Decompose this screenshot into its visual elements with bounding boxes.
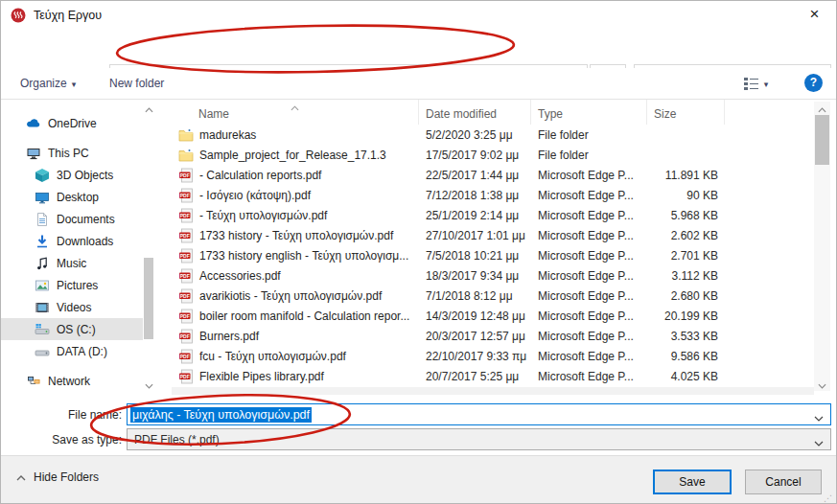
file-name-cell: PDF- Calculation reports.pdf	[172, 168, 419, 183]
date-modified-cell: 27/10/2017 1:01 μμ	[419, 229, 531, 242]
file-name-input[interactable]: μιχάλης - Τεύχη υπολογισμών.pdf	[127, 403, 831, 425]
file-list-scrollbar[interactable]	[814, 102, 830, 391]
column-header-name[interactable]: Name	[172, 100, 419, 125]
column-header-date-modified[interactable]: Date modified	[419, 100, 531, 125]
type-cell: File folder	[531, 128, 647, 142]
pdf-icon: PDF	[178, 268, 194, 284]
file-row[interactable]: PDF- Calculation reports.pdf22/5/2017 1:…	[172, 165, 814, 185]
sidebar-item-label: Documents	[57, 213, 115, 226]
folder-icon	[178, 127, 194, 143]
scroll-down-icon[interactable]	[814, 378, 830, 390]
save-as-type-chevron-icon	[814, 436, 824, 449]
file-name-cell: PDFavarikiotis - Τεύχη υπολογισμών.pdf	[172, 288, 419, 304]
date-modified-cell: 20/7/2017 5:25 μμ	[419, 370, 531, 383]
close-icon[interactable]: ×	[793, 1, 836, 30]
sidebar-item-music[interactable]: Music	[1, 252, 143, 274]
sidebar-item-onedrive[interactable]: OneDrive	[1, 112, 143, 134]
file-row[interactable]: PDF1733 history english - Τεύχη υπολογισ…	[172, 245, 814, 265]
svg-text:PDF: PDF	[180, 192, 190, 197]
file-name-cell: Sample_project_for_Release_17.1.3	[172, 148, 419, 163]
file-name-cell: PDFfcu - Τεύχη υπολογισμών.pdf	[172, 349, 419, 364]
sidebar-item-this-pc[interactable]: This PC	[1, 142, 143, 164]
sidebar-item-pictures[interactable]: Pictures	[1, 274, 143, 296]
file-name-cell: PDF1733 history english - Τεύχη υπολογισ…	[172, 248, 419, 263]
file-row[interactable]: madurekas5/2/2020 3:25 μμFile folder	[172, 125, 814, 145]
view-dropdown-icon: ▾	[764, 80, 769, 89]
type-cell: Microsoft Edge P...	[531, 189, 647, 202]
desktop-icon	[35, 190, 50, 205]
scroll-down-icon[interactable]	[143, 378, 154, 390]
new-folder-button[interactable]: New folder	[109, 68, 164, 99]
sidebar-item-documents[interactable]: Documents	[1, 208, 143, 230]
pdf-icon: PDF	[178, 208, 194, 223]
scroll-up-icon[interactable]	[814, 103, 830, 114]
hide-folders-button[interactable]: Hide Folders	[16, 470, 99, 484]
size-cell: 2.602 KB	[647, 229, 725, 242]
file-row[interactable]: Sample_project_for_Release_17.1.317/5/20…	[172, 145, 814, 165]
size-cell: 3.533 KB	[647, 330, 725, 343]
cancel-button[interactable]: Cancel	[745, 470, 822, 494]
sidebar-item-label: 3D Objects	[57, 169, 113, 182]
date-modified-cell: 14/3/2019 12:48 μμ	[419, 309, 531, 323]
sidebar-item-videos[interactable]: Videos	[1, 296, 143, 318]
date-modified-cell: 22/5/2017 1:44 μμ	[419, 169, 531, 182]
type-cell: Microsoft Edge P...	[531, 330, 647, 343]
sidebar-item-desktop[interactable]: Desktop	[1, 186, 143, 208]
file-row[interactable]: PDF1733 history - Τεύχη υπολογισμών.pdf2…	[172, 225, 814, 245]
sidebar-item-label: OneDrive	[48, 117, 97, 130]
save-file-dialog: Τεύχη Εργου × ← → ↑ « OS (C:)›Users›Chir…	[0, 0, 837, 504]
sidebar-item-label: This PC	[48, 147, 89, 160]
command-bar: Organize▾ New folder ▾ ?	[1, 68, 836, 100]
sidebar-scrollbar[interactable]	[143, 103, 154, 390]
file-name-text: - Calculation reports.pdf	[199, 169, 321, 182]
resize-grip[interactable]: ⋰	[824, 493, 833, 503]
sidebar-item-label: Downloads	[57, 235, 113, 248]
save-as-type-select[interactable]: PDF Files (*.pdf)	[127, 428, 831, 450]
file-name-cell: PDFboiler room manifold - Calculation re…	[172, 309, 419, 324]
title-bar: Τεύχη Εργου ×	[1, 1, 836, 30]
column-header-type[interactable]: Type	[531, 100, 647, 125]
file-name-cell: PDF1733 history - Τεύχη υπολογισμών.pdf	[172, 228, 419, 243]
file-row[interactable]: PDF- Ισόγειο (κάτοψη).pdf7/12/2018 1:38 …	[172, 185, 814, 205]
file-name-text: Accessories.pdf	[199, 269, 281, 283]
sidebar-item-3d-objects[interactable]: 3D Objects	[1, 164, 143, 186]
save-button[interactable]: Save	[653, 470, 732, 494]
type-cell: Microsoft Edge P...	[531, 209, 647, 222]
scrollbar-thumb[interactable]	[144, 258, 153, 339]
pdf-icon: PDF	[178, 369, 194, 384]
sidebar-item-data-d[interactable]: DATA (D:)	[1, 340, 143, 362]
file-row[interactable]: PDFfcu - Τεύχη υπολογισμών.pdf22/10/2017…	[172, 346, 814, 366]
picture-icon	[35, 278, 50, 293]
file-name-text: Burners.pdf	[199, 330, 259, 343]
sidebar-item-os-c[interactable]: OS (C:)	[1, 318, 143, 340]
file-name-dropdown-chevron-icon[interactable]	[814, 411, 824, 424]
file-name-text: 1733 history english - Τεύχη υπολογισμ..…	[199, 249, 408, 263]
file-row[interactable]: PDFBurners.pdf20/3/2017 12:57 μμMicrosof…	[172, 326, 814, 346]
svg-text:PDF: PDF	[180, 373, 190, 378]
organize-button[interactable]: Organize▾	[20, 68, 76, 99]
sidebar-item-downloads[interactable]: Downloads	[1, 230, 143, 252]
size-cell: 5.968 KB	[647, 209, 725, 222]
file-row[interactable]: PDF- Τεύχη υπολογισμών.pdf25/1/2019 2:14…	[172, 205, 814, 225]
pdf-icon: PDF	[178, 228, 194, 243]
file-row[interactable]: PDFboiler room manifold - Calculation re…	[172, 306, 814, 326]
scrollbar-thumb[interactable]	[815, 115, 829, 165]
column-header-spacer	[725, 100, 814, 125]
svg-text:PDF: PDF	[180, 312, 190, 318]
help-icon[interactable]: ?	[804, 74, 823, 92]
change-view-button[interactable]: ▾	[734, 74, 777, 94]
svg-text:PDF: PDF	[180, 332, 190, 338]
column-header-size[interactable]: Size	[647, 100, 725, 125]
scroll-up-icon[interactable]	[143, 103, 154, 114]
horizontal-scrollbar[interactable]	[172, 387, 814, 395]
drive-os-icon	[35, 322, 50, 337]
file-row[interactable]: PDFavarikiotis - Τεύχη υπολογισμών.pdf7/…	[172, 286, 814, 306]
file-row[interactable]: PDFFlexible Pipes library.pdf20/7/2017 5…	[172, 366, 814, 386]
sidebar-item-label: DATA (D:)	[57, 345, 107, 358]
type-cell: Microsoft Edge P...	[531, 370, 647, 383]
date-modified-cell: 17/5/2017 9:02 μμ	[419, 149, 531, 162]
cloud-icon	[26, 116, 41, 131]
sidebar-item-network[interactable]: Network	[1, 370, 143, 392]
file-row[interactable]: PDFAccessories.pdf18/3/2017 9:34 μμMicro…	[172, 265, 814, 286]
date-modified-cell: 25/1/2019 2:14 μμ	[419, 209, 531, 222]
